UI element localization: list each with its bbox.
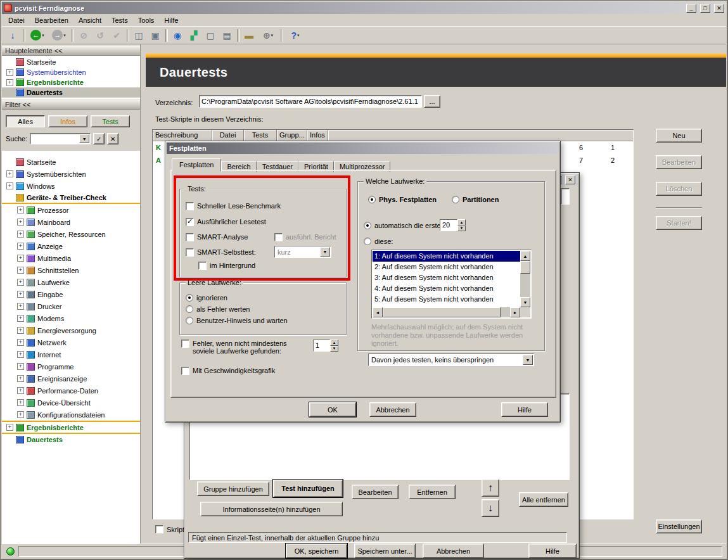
verzeichnis-input[interactable]: C:\ProgramData\pcvisit Software AG\tools… [199, 95, 422, 108]
expand-icon[interactable]: + [17, 267, 24, 274]
list-item[interactable]: 2: Auf diesem System nicht vorhanden [373, 262, 520, 272]
leere-laufwerke-radio[interactable]: Benutzer-Hinweis und warten [186, 315, 288, 326]
tree-item[interactable]: + Geräte- & Treiber-Check [2, 192, 140, 204]
tree-item[interactable]: + Modems [2, 312, 140, 324]
checkbox-im-hintergrund[interactable]: im Hintergrund [198, 261, 255, 270]
expand-icon[interactable]: + [17, 207, 24, 213]
expand-icon[interactable]: + [6, 182, 13, 189]
checkbox-schneller-lese-benchmark[interactable]: Schneller Lese-Benchmark [186, 201, 281, 210]
expand-icon[interactable]: + [17, 303, 24, 310]
maximize-button[interactable]: □ [700, 4, 710, 13]
search-apply-button[interactable]: ✓ [93, 133, 105, 144]
close-button[interactable]: ✕ [714, 4, 724, 13]
expand-icon[interactable]: + [17, 351, 24, 358]
toolbar-button[interactable]: ← ▾ [27, 28, 48, 43]
tree-item[interactable]: + Dauertests [2, 433, 140, 445]
expand-icon[interactable]: + [17, 375, 24, 382]
scrollbar-thumb[interactable] [383, 307, 501, 317]
search-input[interactable]: ▼ [30, 133, 91, 144]
expand-icon[interactable]: + [17, 339, 24, 346]
starten-button[interactable]: Starten! [656, 216, 702, 230]
column-header[interactable]: Datei [212, 130, 244, 141]
column-header[interactable]: Tests [244, 130, 277, 141]
filter-button[interactable]: Infos [48, 115, 87, 127]
entfernen-button[interactable]: Entfernen [409, 485, 456, 499]
expand-icon[interactable]: + [17, 327, 24, 334]
column-header[interactable]: Infos [307, 130, 328, 141]
scroll-up-icon[interactable]: ▲ [520, 251, 530, 261]
listbox-vertical-scrollbar[interactable]: ▲ ▼ [520, 251, 530, 307]
expand-icon[interactable]: + [6, 79, 13, 86]
expand-icon[interactable]: + [6, 69, 13, 76]
tree-item[interactable]: + Prozessor [2, 204, 140, 216]
tree-item[interactable]: + Speicher, Ressourcen [2, 228, 140, 240]
ok-speichern-button[interactable]: OK, speichern [286, 544, 347, 558]
filter-header[interactable]: Filter << [2, 99, 140, 110]
move-down-button[interactable]: ↓ [482, 499, 499, 517]
combo-arrow-icon[interactable]: ▼ [320, 247, 330, 257]
gruppe-hinzufuegen-button[interactable]: Gruppe hinzufügen [197, 481, 269, 496]
tree-item[interactable]: + Device-Übersicht [2, 397, 140, 409]
menu-item[interactable]: Datei [3, 15, 30, 25]
einstellungen-button[interactable]: Einstellungen [656, 519, 702, 533]
expand-icon[interactable]: + [17, 399, 24, 406]
search-dropdown-icon[interactable]: ▼ [79, 134, 89, 143]
loeschen-button[interactable]: Löschen [656, 182, 702, 196]
radio-automatisch-die-ersten[interactable]: automatisch die ersten [364, 221, 445, 230]
editor-abbrechen-button[interactable]: Abbrechen [423, 544, 484, 558]
toolbar-button[interactable]: ↺ ▾ [92, 28, 108, 43]
scroll-right-icon[interactable]: ► [510, 307, 520, 317]
combo-arrow-icon[interactable]: ▼ [523, 355, 533, 365]
toolbar-button[interactable]: ◉ ▾ [169, 28, 186, 43]
radio-partitionen[interactable]: Partitionen [452, 195, 499, 204]
test-hinzufuegen-button[interactable]: Test hinzufügen [273, 480, 343, 497]
tree-item[interactable]: + Performance-Daten [2, 385, 140, 397]
title-bar[interactable]: pcvisit Ferndiagnose _ □ ✕ [2, 2, 726, 14]
list-item[interactable]: 3: Auf diesem System nicht vorhanden [373, 272, 520, 283]
editor-bearbeiten-button[interactable]: Bearbeiten [352, 485, 399, 499]
toolbar-button[interactable]: ? ▾ [284, 28, 306, 43]
laufwerke-listbox[interactable]: 1: Auf diesem System nicht vorhanden 2: … [371, 250, 532, 319]
browse-button[interactable]: ... [424, 95, 440, 108]
toolbar-button[interactable]: ▣ ▾ [147, 28, 163, 43]
leere-laufwerke-radio[interactable]: als Fehler werten [186, 303, 288, 315]
radio-diese[interactable]: diese: [364, 237, 393, 246]
selbsttest-combo[interactable]: kurz ▼ [274, 246, 331, 258]
tree-item[interactable]: + Startseite [2, 57, 140, 67]
scroll-left-icon[interactable]: ◄ [373, 307, 383, 317]
menu-item[interactable]: Ansicht [73, 15, 106, 25]
expand-icon[interactable]: + [17, 363, 24, 370]
checkbox-geschwindigkeitsgrafik[interactable]: Mit Geschwindigkeitsgrafik [181, 366, 275, 375]
auto-anzahl-input[interactable]: 20 [440, 219, 457, 231]
alle-entfernen-button[interactable]: Alle entfernen [519, 492, 568, 507]
radio-phys-festplatten[interactable]: Phys. Festplatten [368, 195, 437, 204]
list-item[interactable]: 5: Auf diesem System nicht vorhanden [373, 294, 520, 305]
tree-item[interactable]: + Internet [2, 348, 140, 360]
minimize-button[interactable]: _ [686, 4, 696, 13]
informationsseite-hinzufuegen-button[interactable]: Informationsseite(n) hinzufügen [200, 502, 343, 516]
festplatten-title-bar[interactable]: Festplatten [167, 143, 559, 154]
toolbar-button[interactable]: ⊕ ▾ [257, 28, 279, 43]
abbrechen-button[interactable]: Abbrechen [369, 402, 416, 417]
tree-item[interactable]: + Multimedia [2, 252, 140, 264]
checkbox-ausfuehrl-bericht[interactable]: ausführl. Bericht [274, 232, 336, 241]
editor-hilfe-button[interactable]: Hilfe [528, 544, 577, 558]
tree-item[interactable]: + Systemübersichten [2, 67, 140, 77]
toolbar-button[interactable]: ▢ ▾ [202, 28, 219, 43]
tree-item[interactable]: + Programme [2, 360, 140, 372]
toolbar-button[interactable]: ◫ ▾ [131, 28, 147, 43]
menu-item[interactable]: Tools [133, 15, 160, 25]
skript-checkbox[interactable]: Skript [155, 525, 184, 533]
hilfe-button[interactable]: Hilfe [501, 402, 548, 417]
speichern-unter-button[interactable]: Speichern unter... [354, 544, 416, 558]
column-header[interactable]: Grupp... [277, 130, 307, 141]
dialog-close-button[interactable]: ✕ [565, 175, 575, 184]
tree-item[interactable]: + Eingabe [2, 288, 140, 300]
expand-icon[interactable]: + [17, 315, 24, 322]
hauptelemente-header[interactable]: Hauptelemente << [2, 46, 140, 56]
list-item[interactable]: 4: Auf diesem System nicht vorhanden [373, 283, 520, 294]
expand-icon[interactable]: + [17, 279, 24, 286]
tree-item[interactable]: + Netzwerk [2, 336, 140, 348]
search-clear-button[interactable]: ✕ [107, 133, 118, 144]
listbox-horizontal-scrollbar[interactable]: ◄ ► [373, 307, 520, 317]
